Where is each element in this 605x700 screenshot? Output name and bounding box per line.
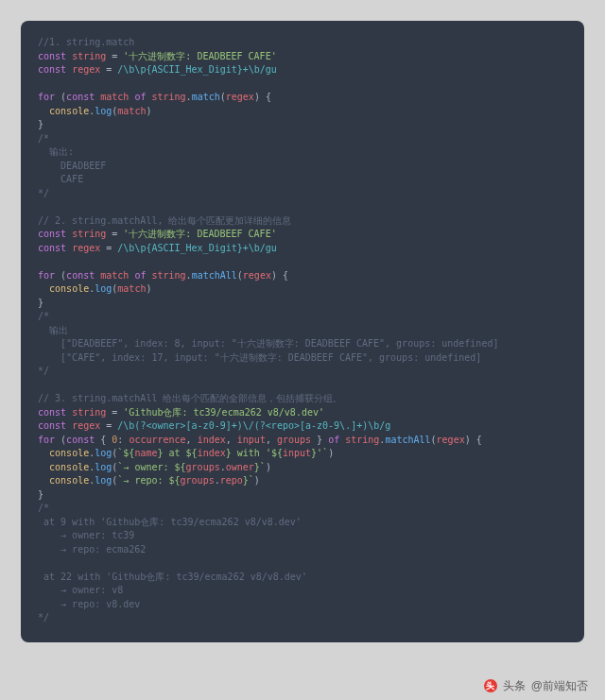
toutiao-logo-icon: 头	[484, 679, 497, 692]
punct: ) {	[254, 92, 271, 102]
kw-const: const	[38, 64, 66, 75]
regex-literal: /\b(?<owner>[a-z0-9]+)\/(?<repo>[a-z0-9\…	[117, 420, 390, 431]
regex-literal: /\b\p{ASCII_Hex_Digit}+\b/gu	[117, 243, 277, 253]
comment-output: /* 输出: DEADBEEF CAFE */	[38, 133, 106, 198]
punct: )	[146, 283, 151, 294]
ident: match	[100, 92, 129, 102]
code-content: //1. string.match const string = '十六进制数字…	[38, 36, 567, 625]
punct: ,	[266, 435, 277, 445]
kw-for: for	[38, 270, 55, 281]
fn: match	[192, 92, 220, 102]
kw-const: const	[38, 407, 66, 418]
ident: string	[72, 51, 106, 61]
op: =	[106, 229, 123, 239]
kw-const: const	[38, 229, 66, 239]
punct: )	[254, 475, 260, 486]
ident: string	[151, 270, 185, 281]
op: =	[100, 243, 117, 253]
ident: regex	[72, 420, 100, 431]
tmpl: }`	[254, 462, 266, 472]
kw-const: const	[38, 243, 66, 253]
fn: log	[95, 283, 112, 294]
op: =	[100, 64, 117, 75]
kw-const: const	[38, 420, 66, 431]
punct: ) {	[465, 435, 482, 445]
op: =	[106, 407, 123, 418]
comment-output: /* at 9 with 'Github仓库: tc39/ecma262 v8/…	[38, 503, 307, 623]
ident: index	[198, 435, 226, 445]
punct: (	[55, 435, 66, 445]
ident: regex	[72, 243, 100, 253]
ident: index	[198, 448, 226, 458]
prop: owner	[226, 462, 254, 472]
fn: matchAll	[385, 435, 430, 445]
ident: console	[49, 475, 89, 486]
tmpl: `→ repo: ${	[117, 475, 180, 486]
fn: log	[95, 448, 112, 458]
ident: input	[237, 435, 266, 445]
ident: input	[283, 448, 311, 458]
tmpl: `→ owner: ${	[117, 462, 185, 472]
code-block: //1. string.match const string = '十六进制数字…	[21, 21, 584, 642]
punct: ,	[186, 435, 198, 445]
kw-const: const	[38, 51, 66, 61]
comment-output: /* 输出 ["DEADBEEF", index: 8, input: "十六进…	[38, 311, 498, 376]
watermark: 头 头条 @前端知否	[484, 678, 588, 694]
kw-of: of	[134, 92, 146, 102]
ident: console	[49, 462, 89, 472]
comment: //1. string.match	[38, 37, 134, 47]
fn: log	[95, 462, 112, 472]
kw-const: const	[66, 92, 95, 102]
comment: // 2. string.matchAll, 给出每个匹配更加详细的信息	[38, 215, 291, 226]
punct: )	[146, 106, 151, 116]
tmpl: } at ${	[157, 448, 197, 458]
fn: log	[95, 106, 112, 116]
ident: console	[49, 106, 89, 116]
ident: groups	[186, 462, 220, 472]
ident: groups	[277, 435, 311, 445]
ident: match	[117, 283, 146, 294]
comment: // 3. string.matchAll 给出每个匹配的全部信息，包括捕获分组…	[38, 393, 342, 403]
ident: string	[151, 92, 185, 102]
ident: string	[72, 407, 106, 418]
op: =	[100, 420, 117, 431]
kw-of: of	[134, 270, 146, 281]
ident: match	[117, 106, 146, 116]
regex-literal: /\b\p{ASCII_Hex_Digit}+\b/gu	[117, 64, 277, 75]
ident: string	[345, 435, 379, 445]
punct: ,	[226, 435, 237, 445]
punct: }	[311, 435, 328, 445]
kw-const: const	[66, 270, 95, 281]
op: =	[106, 51, 123, 61]
punct: }	[38, 298, 43, 308]
ident: regex	[226, 92, 254, 102]
punct: }	[38, 489, 43, 500]
tmpl: }`	[243, 475, 254, 486]
ident: string	[72, 229, 106, 239]
kw-for: for	[38, 92, 55, 102]
punct: }	[38, 119, 43, 129]
ident: regex	[72, 64, 100, 75]
ident: match	[100, 270, 129, 281]
prop: repo	[220, 475, 243, 486]
watermark-source: 头条	[503, 678, 526, 694]
kw-for: for	[38, 435, 55, 445]
punct: (	[55, 92, 66, 102]
ident: occurrence	[129, 435, 185, 445]
punct: )	[266, 462, 271, 472]
string-literal: '十六进制数字: DEADBEEF CAFE'	[123, 229, 276, 239]
fn: matchAll	[192, 270, 237, 281]
kw-const: const	[66, 435, 95, 445]
ident: groups	[181, 475, 215, 486]
tmpl: `${	[117, 448, 134, 458]
punct: {	[100, 435, 112, 445]
punct: )	[328, 448, 334, 458]
fn: log	[95, 475, 112, 486]
tmpl: } with '${	[226, 448, 283, 458]
watermark-author: @前端知否	[531, 678, 588, 694]
tmpl: }'`	[311, 448, 328, 458]
ident: console	[49, 283, 89, 294]
ident: regex	[243, 270, 271, 281]
punct: ) {	[271, 270, 288, 281]
ident: regex	[437, 435, 465, 445]
